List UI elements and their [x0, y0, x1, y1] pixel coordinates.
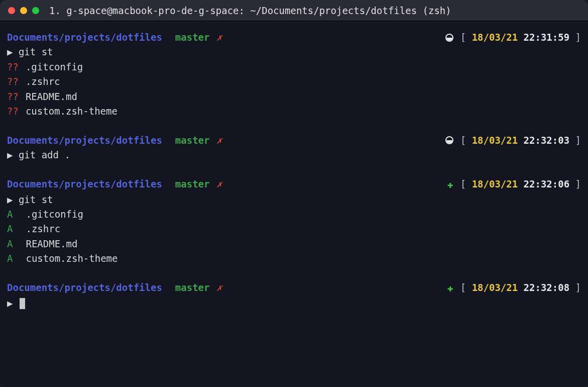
prompt-marker-icon: ▶: [7, 194, 19, 205]
status-mark: A: [7, 253, 13, 264]
command-block: Documents/projects/dotfilesmaster ✗[ 18/…: [7, 30, 581, 119]
bracket-open: [: [460, 177, 472, 191]
prompt-time: 22:32:06: [524, 177, 570, 191]
prompt-line: Documents/projects/dotfilesmaster ✗✚[ 18…: [7, 177, 581, 192]
prompt-left: Documents/projects/dotfilesmaster ✗: [7, 133, 222, 148]
status-mark: A: [7, 238, 13, 249]
bracket-close: ]: [569, 280, 581, 295]
bracket-close: ]: [569, 30, 581, 45]
window-title: 1. g-space@macbook-pro-de-g-space: ~/Doc…: [49, 5, 451, 16]
bracket-open: [: [460, 133, 472, 148]
prompt-left: Documents/projects/dotfilesmaster ✗: [7, 177, 222, 191]
bracket-close: ]: [569, 133, 581, 148]
file-name: .zshrc: [26, 76, 60, 87]
prompt-left: Documents/projects/dotfilesmaster ✗: [7, 280, 222, 295]
git-dirty-icon: ✗: [211, 280, 222, 295]
terminal-body[interactable]: Documents/projects/dotfilesmaster ✗[ 18/…: [0, 21, 588, 387]
output-line: ??.zshrc: [7, 74, 581, 89]
cursor[interactable]: [20, 298, 25, 309]
cwd-path: Documents/projects/dotfiles: [7, 280, 162, 295]
status-mark: A: [7, 223, 13, 234]
file-name: .gitconfig: [26, 209, 83, 220]
command-line: ▶ git st: [7, 45, 581, 59]
staged-plus-icon: ✚: [447, 280, 453, 296]
git-branch: master: [175, 133, 210, 148]
cwd-path: Documents/projects/dotfiles: [7, 177, 162, 191]
prompt-date: 18/03/21: [472, 280, 518, 295]
git-dirty-icon: ✗: [211, 30, 222, 45]
prompt-date: 18/03/21: [472, 133, 518, 148]
prompt-time: 22:31:59: [524, 30, 570, 45]
file-name: custom.zsh-theme: [26, 253, 117, 264]
file-name: README.md: [26, 238, 77, 249]
staged-plus-icon: ✚: [447, 177, 453, 192]
git-branch: master: [175, 30, 210, 45]
git-branch: master: [175, 280, 210, 295]
prompt-right: ✚[ 18/03/21 22:32:06 ]: [447, 177, 581, 192]
titlebar: 1. g-space@macbook-pro-de-g-space: ~/Doc…: [0, 0, 588, 21]
file-name: custom.zsh-theme: [26, 106, 117, 117]
prompt-line: Documents/projects/dotfilesmaster ✗[ 18/…: [7, 30, 581, 45]
status-mark: ??: [7, 76, 19, 87]
cwd-path: Documents/projects/dotfiles: [7, 133, 162, 148]
prompt-marker-icon: ▶: [7, 298, 19, 309]
output-line: AREADME.md: [7, 237, 581, 251]
staged-half-icon: [445, 136, 453, 144]
status-mark: ??: [7, 91, 19, 102]
prompt-right: ✚[ 18/03/21 22:32:08 ]: [447, 280, 581, 296]
cwd-path: Documents/projects/dotfiles: [7, 30, 162, 45]
output-line: ??.gitconfig: [7, 60, 581, 74]
output-line: ??custom.zsh-theme: [7, 104, 581, 119]
prompt-right: [ 18/03/21 22:32:03 ]: [445, 133, 581, 148]
status-mark: ??: [7, 106, 19, 117]
prompt-right: [ 18/03/21 22:31:59 ]: [445, 30, 581, 45]
output-line: ??README.md: [7, 89, 581, 104]
command-text: git st: [19, 46, 53, 57]
traffic-lights: [8, 7, 39, 14]
prompt-left: Documents/projects/dotfilesmaster ✗: [7, 30, 222, 45]
command-line: ▶: [7, 296, 581, 311]
output-line: A.zshrc: [7, 222, 581, 236]
prompt-marker-icon: ▶: [7, 149, 19, 160]
prompt-time: 22:32:08: [524, 280, 570, 295]
close-icon[interactable]: [8, 7, 15, 14]
command-block: Documents/projects/dotfilesmaster ✗✚[ 18…: [7, 280, 581, 311]
maximize-icon[interactable]: [32, 7, 39, 14]
minimize-icon[interactable]: [20, 7, 27, 14]
prompt-line: Documents/projects/dotfilesmaster ✗[ 18/…: [7, 133, 581, 148]
bracket-open: [: [460, 280, 472, 295]
bracket-open: [: [460, 30, 472, 45]
prompt-time: 22:32:03: [524, 133, 570, 148]
bracket-close: ]: [569, 177, 581, 191]
command-line: ▶ git add .: [7, 148, 581, 162]
command-block: Documents/projects/dotfilesmaster ✗✚[ 18…: [7, 177, 581, 266]
file-name: README.md: [26, 91, 77, 102]
file-name: .zshrc: [26, 223, 60, 234]
prompt-line: Documents/projects/dotfilesmaster ✗✚[ 18…: [7, 280, 581, 296]
status-mark: A: [7, 209, 13, 220]
output-line: A.gitconfig: [7, 207, 581, 222]
git-dirty-icon: ✗: [211, 133, 222, 148]
output-line: Acustom.zsh-theme: [7, 251, 581, 266]
git-branch: master: [175, 177, 210, 191]
command-line: ▶ git st: [7, 192, 581, 207]
file-name: .gitconfig: [26, 61, 83, 72]
prompt-date: 18/03/21: [472, 30, 518, 45]
command-block: Documents/projects/dotfilesmaster ✗[ 18/…: [7, 133, 581, 163]
git-dirty-icon: ✗: [211, 177, 222, 191]
staged-half-icon: [445, 34, 453, 42]
status-mark: ??: [7, 61, 19, 72]
prompt-marker-icon: ▶: [7, 46, 19, 57]
prompt-date: 18/03/21: [472, 177, 518, 191]
command-text: git st: [19, 194, 53, 205]
command-text: git add .: [19, 149, 70, 160]
